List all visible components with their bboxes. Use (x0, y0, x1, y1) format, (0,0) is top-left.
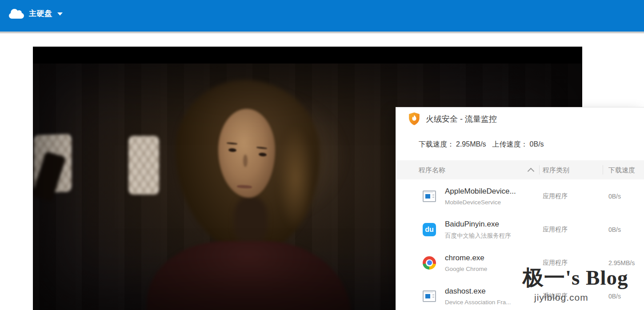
panel-title: 火绒安全 - 流量监控 (426, 114, 497, 124)
download-speed-value: 2.95MB/s (456, 140, 486, 148)
process-category: 应用程序 (543, 226, 568, 234)
woman-nose-shadow (243, 155, 248, 167)
table-row[interactable]: AppleMobileDevice... MobileDeviceService… (396, 179, 644, 213)
column-header-download-speed[interactable]: 下载速度 (608, 160, 635, 179)
process-table-rows: AppleMobileDevice... MobileDeviceService… (396, 179, 644, 310)
process-name-block: BaiduPinyin.exe 百度中文输入法服务程序 (445, 219, 511, 239)
woman-body (147, 241, 351, 310)
column-divider (539, 165, 540, 175)
process-category: 应用程序 (543, 192, 568, 200)
traffic-monitor-panel: 火绒安全 - 流量监控 下载速度：2.95MB/s上传速度：0B/s 程序名称 … (396, 107, 644, 310)
chevron-down-icon (57, 12, 63, 16)
app-bar: 主硬盘 (0, 0, 644, 32)
process-name: chrome.exe (445, 254, 487, 262)
column-header-process-category[interactable]: 程序类别 (543, 160, 569, 179)
process-category: 应用程序 (543, 259, 568, 267)
window-light-mid (128, 136, 159, 195)
woman-face (218, 109, 275, 198)
chrome-icon (423, 256, 436, 270)
cloud-icon (9, 13, 24, 19)
upload-speed-value: 0B/s (530, 140, 544, 148)
huorong-shield-icon (408, 112, 420, 126)
table-header: 程序名称 程序类别 下载速度 (396, 160, 644, 179)
drive-selector[interactable]: 主硬盘 (9, 8, 63, 19)
process-description: MobileDeviceService (445, 199, 516, 206)
sort-asc-icon[interactable] (528, 168, 535, 175)
woman-neck (234, 197, 268, 246)
app-bar-divider (0, 32, 644, 33)
drive-label: 主硬盘 (29, 8, 52, 19)
process-name-block: dashost.exe Device Association Fra... (445, 287, 511, 306)
process-speed: 0B/s (608, 226, 621, 233)
windows-app-icon (423, 290, 436, 303)
woman-brow-right (256, 147, 267, 149)
process-name: BaiduPinyin.exe (445, 219, 511, 228)
table-row[interactable]: chrome.exe Google Chrome 应用程序 2.95MB/s (396, 246, 644, 279)
screen: 主硬盘 (0, 0, 644, 310)
process-description: Google Chrome (445, 266, 487, 272)
process-speed: 2.95MB/s (608, 259, 635, 266)
process-name: dashost.exe (445, 287, 511, 296)
woman-brow-left (227, 142, 237, 145)
woman-hair-highlight (271, 108, 320, 248)
column-divider (603, 165, 603, 175)
woman-eye-left (228, 148, 237, 152)
woman-hair (176, 80, 320, 253)
baidu-pinyin-icon: du (423, 223, 436, 236)
woman-mouth (237, 185, 252, 189)
process-name: AppleMobileDevice... (445, 187, 516, 196)
table-row[interactable]: du BaiduPinyin.exe 百度中文输入法服务程序 应用程序 0B/s (396, 213, 644, 246)
process-category: 系统程序 (543, 292, 568, 300)
process-name-block: chrome.exe Google Chrome (445, 254, 487, 272)
process-description: 百度中文输入法服务程序 (445, 231, 511, 239)
download-speed-label: 下载速度： (419, 140, 454, 148)
woman-eye-right (259, 152, 267, 157)
table-row[interactable]: dashost.exe Device Association Fra... 系统… (396, 279, 644, 310)
process-speed: 0B/s (608, 193, 621, 200)
window-light-left (34, 134, 72, 193)
warm-glow (144, 64, 384, 254)
process-name-block: AppleMobileDevice... MobileDeviceService (445, 187, 516, 206)
video-letterbox (33, 47, 582, 64)
column-header-process-name[interactable]: 程序名称 (419, 160, 445, 179)
process-speed: 0B/s (608, 293, 621, 300)
speed-summary: 下载速度：2.95MB/s上传速度：0B/s (419, 140, 544, 149)
process-description: Device Association Fra... (445, 299, 511, 306)
upload-speed-label: 上传速度： (492, 140, 528, 148)
windows-app-icon (423, 190, 436, 203)
